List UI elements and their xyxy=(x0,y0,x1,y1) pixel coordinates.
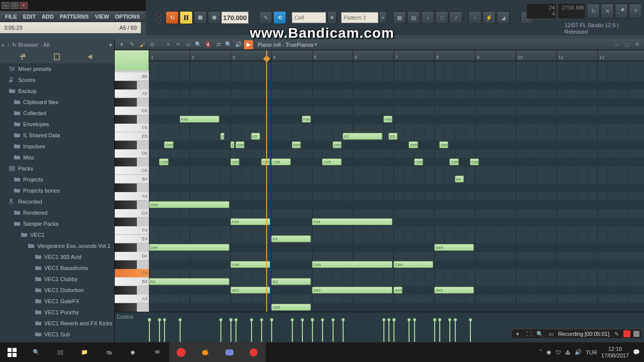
midi-note[interactable]: C#5 xyxy=(261,158,270,165)
midi-note[interactable]: B3 xyxy=(271,278,311,285)
play-icon[interactable]: ▶ xyxy=(244,40,253,49)
tray-lang[interactable]: TUR xyxy=(586,349,597,355)
midi-note[interactable]: E5 xyxy=(343,133,382,140)
tray-shield-icon[interactable]: 🛡 xyxy=(555,349,561,355)
piano-keyboard[interactable]: B5A5G5F5E5D5C5B4A4G4F4E4D4C4B3A3 xyxy=(115,50,149,312)
file-icon[interactable] xyxy=(54,53,60,60)
browser-item[interactable]: Vengeance Ess..sounds Vol.1 xyxy=(0,240,114,251)
dropdown-icon[interactable]: ▾ xyxy=(514,330,522,338)
midi-note[interactable]: C#5 xyxy=(470,158,479,165)
midi-note[interactable]: A#3 xyxy=(393,287,403,294)
midi-note[interactable]: D#4 xyxy=(434,244,474,251)
save-button[interactable]: ⚡ xyxy=(482,11,496,24)
browser-item[interactable]: VEC1 Punchy xyxy=(0,307,114,318)
midi-note[interactable]: C#5 xyxy=(322,158,342,165)
midi-note[interactable]: D#5 xyxy=(164,141,173,148)
ruler-bar[interactable]: 4 xyxy=(271,50,276,61)
midi-note[interactable]: B3 xyxy=(149,278,229,285)
settings-icon[interactable]: ✕ xyxy=(601,4,614,19)
browser-item[interactable]: Rendered xyxy=(0,207,114,218)
record-button[interactable] xyxy=(623,330,630,337)
browser-item[interactable]: VEC1 Bassdrums xyxy=(0,262,114,274)
menu-icon[interactable]: ▾ xyxy=(117,40,126,49)
minimize-icon[interactable]: ─ xyxy=(612,40,621,49)
steam-icon[interactable]: ◉ xyxy=(121,342,145,363)
paint-tool[interactable]: 🖌 xyxy=(137,40,146,49)
mute-tool[interactable]: 🔇 xyxy=(204,40,213,49)
stop-button[interactable] xyxy=(194,11,207,24)
note-grid[interactable]: 123456789101112 F#5F#5F#5E5E5E5E5D#5D#5D… xyxy=(149,50,644,312)
menu-add[interactable]: ADD xyxy=(39,12,57,21)
browser-button[interactable]: ⎎ xyxy=(449,11,462,24)
midi-note[interactable]: C#4 xyxy=(312,261,392,268)
midi-note[interactable]: B4 xyxy=(455,175,464,183)
browser-item[interactable]: Backup xyxy=(0,85,114,97)
midi-note[interactable]: C#5 xyxy=(230,158,239,165)
help-icon[interactable]: ? xyxy=(629,4,642,19)
delete-tool[interactable]: ⊘ xyxy=(147,40,156,49)
close-button[interactable]: ✕ xyxy=(20,2,28,9)
browser-item[interactable]: Mixer presets xyxy=(0,63,114,74)
browser-item[interactable]: Impulses xyxy=(0,141,114,152)
snap-select[interactable]: Cell xyxy=(292,12,326,23)
stop-button[interactable] xyxy=(633,331,639,337)
ruler-bar[interactable]: 6 xyxy=(353,50,357,61)
midi-note[interactable]: F#5 xyxy=(302,116,311,123)
midi-note[interactable]: G#3 xyxy=(271,304,311,311)
midi-note[interactable]: E5 xyxy=(251,133,260,140)
refresh-icon[interactable]: ↻ xyxy=(587,4,600,19)
midi-note[interactable]: A#3 xyxy=(312,287,392,294)
midi-note[interactable]: C#5 xyxy=(449,158,458,165)
refresh-icon[interactable]: ↻ xyxy=(12,42,17,48)
tray-expand-icon[interactable]: ˄ xyxy=(539,349,542,355)
ruler-bar[interactable]: 12 xyxy=(597,50,604,61)
browser-item[interactable]: VEC1 xyxy=(0,229,114,240)
record-button[interactable] xyxy=(208,11,221,24)
dropdown-icon[interactable]: ▾ xyxy=(109,42,112,48)
menu-patterns[interactable]: PATTERNS xyxy=(57,12,92,21)
browser-item[interactable]: VEC1 Reverb and FX Kicks xyxy=(0,318,114,329)
browser-item[interactable]: VEC1 Clubby xyxy=(0,274,114,285)
menu-file[interactable]: FILE xyxy=(2,12,20,21)
maximize-icon[interactable]: □ xyxy=(622,40,631,49)
tray-volume-icon[interactable]: 🔊 xyxy=(575,349,582,355)
midi-note[interactable]: C#5 xyxy=(414,158,423,165)
browser-item[interactable]: Packs xyxy=(0,163,114,174)
browser-item[interactable]: VEC1 GateFX xyxy=(0,296,114,307)
piano-roll-button[interactable]: ♪ xyxy=(421,11,434,24)
ruler-bar[interactable]: 8 xyxy=(434,50,439,61)
ruler-bar[interactable]: 2 xyxy=(190,50,194,61)
playhead[interactable] xyxy=(266,50,267,312)
slip-tool[interactable]: ⇄ xyxy=(214,40,223,49)
bandicam-icon[interactable] xyxy=(242,342,266,363)
flstudio-icon[interactable]: 🍊 xyxy=(193,342,217,363)
pattern-mode-button[interactable]: ↻ xyxy=(166,11,179,24)
playlist-button[interactable]: ▦ xyxy=(393,11,406,24)
explorer-icon[interactable]: 📁 xyxy=(72,342,97,363)
notifications-icon[interactable]: 💬 xyxy=(633,349,640,355)
midi-note[interactable]: C#5 xyxy=(271,158,291,165)
volume-icon[interactable] xyxy=(88,54,95,60)
tempo-display[interactable]: 170.000 xyxy=(221,12,249,24)
midi-note[interactable]: G#4 xyxy=(149,201,229,208)
browser-item[interactable]: VEC1 Sub xyxy=(0,329,114,340)
ruler-bar[interactable]: 7 xyxy=(393,50,398,61)
ruler-bar[interactable]: 1 xyxy=(149,50,153,61)
add-icon[interactable] xyxy=(19,53,26,60)
midi-note[interactable]: D#5 xyxy=(235,141,245,148)
mixer-button[interactable]: ⎍ xyxy=(435,11,448,24)
zoom-icon[interactable]: 🔍 xyxy=(536,330,544,338)
browser-header[interactable]: ▸ ↑ ↻ Browser - All ▾ xyxy=(0,39,114,50)
browser-item[interactable]: Sample Packs xyxy=(0,218,114,229)
render-button[interactable]: ◢ xyxy=(497,11,510,24)
midi-note[interactable]: E5 xyxy=(388,133,397,140)
midi-note[interactable]: A#3 xyxy=(230,287,270,294)
ruler-bar[interactable]: 11 xyxy=(556,50,564,61)
channel-rack-button[interactable]: ▤ xyxy=(407,11,420,24)
snap-dropdown[interactable]: ▼ xyxy=(328,11,337,24)
minimize-button[interactable]: ─ xyxy=(2,2,10,9)
select-tool[interactable]: ▭ xyxy=(184,40,193,49)
playback-tool[interactable]: 🔍 xyxy=(224,40,233,49)
speaker-icon[interactable]: 🔊 xyxy=(234,40,243,49)
midi-note[interactable]: D#5 xyxy=(439,141,448,148)
